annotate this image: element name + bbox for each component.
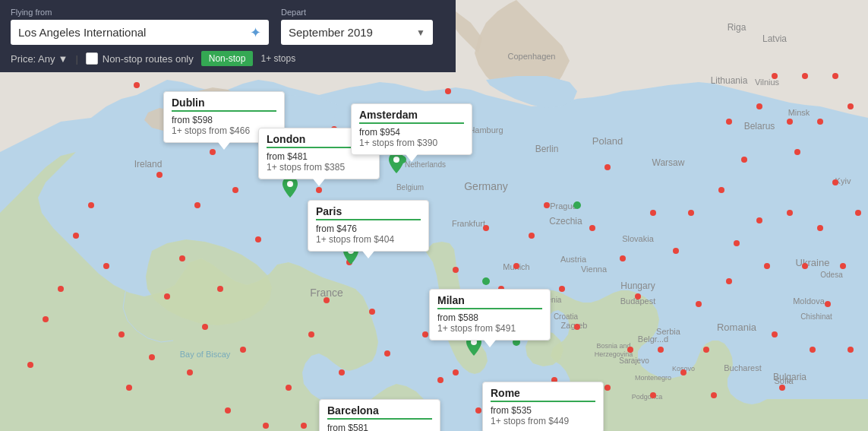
- red-dot[interactable]: [802, 73, 808, 79]
- red-dot[interactable]: [225, 407, 231, 414]
- red-dot[interactable]: [794, 149, 800, 155]
- red-dot[interactable]: [240, 347, 246, 353]
- red-dot[interactable]: [787, 119, 793, 125]
- price-filter-button[interactable]: Price: Any ▼: [11, 53, 68, 65]
- red-dot[interactable]: [696, 301, 702, 307]
- red-dot[interactable]: [308, 331, 314, 338]
- city-card-amsterdam[interactable]: Amsterdamfrom $9541+ stops from $390: [351, 103, 472, 155]
- red-dot[interactable]: [118, 331, 125, 338]
- red-dot[interactable]: [43, 316, 49, 322]
- red-dot[interactable]: [764, 263, 770, 269]
- red-dot[interactable]: [324, 297, 330, 303]
- red-dot[interactable]: [802, 263, 808, 269]
- red-dot[interactable]: [726, 278, 732, 284]
- red-dot[interactable]: [232, 187, 238, 193]
- red-dot[interactable]: [673, 248, 679, 254]
- red-dot[interactable]: [301, 423, 307, 429]
- red-dot[interactable]: [339, 369, 345, 376]
- red-dot[interactable]: [817, 225, 823, 231]
- red-dot[interactable]: [840, 263, 846, 269]
- red-dot[interactable]: [437, 377, 443, 383]
- red-dot[interactable]: [756, 103, 762, 109]
- red-dot[interactable]: [255, 236, 261, 242]
- red-dot[interactable]: [832, 73, 838, 79]
- red-dot[interactable]: [726, 119, 732, 125]
- red-dot[interactable]: [604, 385, 611, 391]
- red-dot[interactable]: [574, 324, 580, 330]
- red-dot[interactable]: [825, 301, 831, 307]
- red-dot[interactable]: [369, 309, 375, 315]
- red-dot[interactable]: [286, 385, 292, 391]
- red-dot[interactable]: [88, 202, 94, 208]
- red-dot[interactable]: [103, 263, 109, 269]
- red-dot[interactable]: [650, 392, 656, 398]
- depart-select[interactable]: July 2019August 2019September 2019Octobe…: [281, 20, 433, 45]
- red-dot[interactable]: [483, 225, 489, 231]
- red-dot[interactable]: [589, 225, 595, 231]
- red-dot[interactable]: [217, 286, 223, 292]
- green-dot[interactable]: [482, 277, 490, 285]
- city-card-barcelona[interactable]: Barcelonafrom $581: [319, 399, 440, 431]
- city-card-rome[interactable]: Romefrom $5351+ stops from $449: [482, 382, 604, 431]
- red-dot[interactable]: [73, 233, 79, 239]
- red-dot[interactable]: [711, 392, 717, 398]
- red-dot[interactable]: [627, 347, 633, 353]
- red-dot[interactable]: [680, 369, 687, 376]
- city-card-milan[interactable]: Milanfrom $5881+ stops from $491: [429, 289, 551, 341]
- red-dot[interactable]: [718, 187, 724, 193]
- legend-stops-button[interactable]: 1+ stops: [260, 53, 295, 64]
- red-dot[interactable]: [779, 385, 785, 391]
- red-dot[interactable]: [126, 385, 132, 391]
- red-dot[interactable]: [149, 354, 155, 360]
- red-dot[interactable]: [635, 293, 641, 299]
- nonstop-checkbox-wrap[interactable]: Non-stop routes only: [86, 52, 194, 65]
- red-dot[interactable]: [772, 73, 778, 79]
- red-dot[interactable]: [604, 164, 611, 170]
- red-dot[interactable]: [855, 210, 861, 216]
- green-dot[interactable]: [573, 201, 581, 209]
- red-dot[interactable]: [650, 210, 656, 216]
- red-dot[interactable]: [513, 263, 519, 269]
- red-dot[interactable]: [134, 82, 140, 88]
- red-dot[interactable]: [544, 202, 550, 208]
- red-dot[interactable]: [316, 187, 322, 193]
- red-dot[interactable]: [620, 255, 626, 261]
- red-dot[interactable]: [741, 157, 747, 163]
- red-dot[interactable]: [475, 407, 481, 414]
- red-dot[interactable]: [194, 202, 200, 208]
- red-dot[interactable]: [445, 88, 451, 94]
- red-dot[interactable]: [422, 331, 428, 338]
- red-dot[interactable]: [263, 423, 269, 429]
- red-dot[interactable]: [772, 331, 778, 338]
- red-dot[interactable]: [58, 286, 64, 292]
- red-dot[interactable]: [453, 369, 459, 376]
- red-dot[interactable]: [187, 369, 193, 376]
- red-dot[interactable]: [529, 233, 535, 239]
- red-dot[interactable]: [202, 324, 208, 330]
- red-dot[interactable]: [559, 286, 565, 292]
- legend-nonstop-button[interactable]: Non-stop: [201, 51, 254, 66]
- red-dot[interactable]: [27, 362, 33, 368]
- red-dot[interactable]: [164, 293, 170, 299]
- red-dot[interactable]: [453, 267, 459, 273]
- red-dot[interactable]: [658, 347, 664, 353]
- city-card-paris[interactable]: Parisfrom $4761+ stops from $404: [308, 200, 429, 252]
- red-dot[interactable]: [179, 255, 185, 261]
- red-dot[interactable]: [847, 103, 854, 109]
- nonstop-checkbox[interactable]: [86, 52, 98, 65]
- red-dot[interactable]: [756, 217, 762, 223]
- red-dot[interactable]: [847, 347, 854, 353]
- red-dot[interactable]: [156, 172, 163, 178]
- red-dot[interactable]: [817, 119, 823, 125]
- city-pin-amsterdam[interactable]: [387, 152, 406, 176]
- red-dot[interactable]: [210, 149, 216, 155]
- red-dot[interactable]: [703, 347, 709, 353]
- red-dot[interactable]: [384, 350, 390, 357]
- red-dot[interactable]: [734, 240, 740, 246]
- flying-from-input[interactable]: [11, 20, 269, 45]
- red-dot[interactable]: [787, 210, 793, 216]
- red-dot[interactable]: [810, 347, 816, 353]
- city-pin-london[interactable]: [281, 176, 299, 201]
- red-dot[interactable]: [688, 210, 694, 216]
- red-dot[interactable]: [832, 179, 838, 185]
